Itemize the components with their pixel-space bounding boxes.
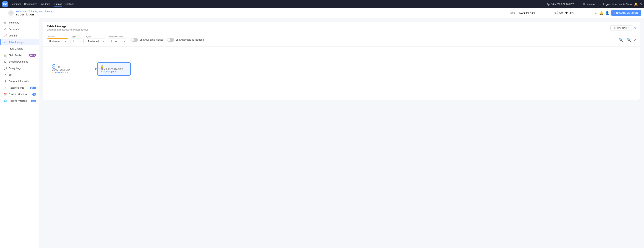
- sidebar-label-general-info: General Information: [9, 80, 36, 83]
- nav-dashboards[interactable]: Dashboards: [24, 2, 37, 6]
- lineage-arrow: [82, 68, 97, 70]
- fit-screen-icon[interactable]: ⤢: [634, 38, 636, 41]
- sidebar-label-query-logs: Query Logs: [9, 67, 36, 70]
- normalized-incidents-label: Show normalized incidents: [176, 38, 204, 41]
- main-layout: ⊞ Summary ◷ Freshness 📈 Volume ⊶ Table L…: [0, 18, 644, 248]
- domain-display: All domains: [582, 3, 595, 5]
- sidebar-item-field-profile[interactable]: 📊 Field Profile Beta: [0, 52, 39, 58]
- add-upstream-icon[interactable]: +: [52, 64, 56, 69]
- sidebar-item-schema-changes[interactable]: ⊞ Schema Changes: [0, 58, 39, 65]
- overlay-select[interactable]: 1 hour 6 hours 24 hours: [108, 38, 127, 44]
- upstream-node[interactable]: + ▦ DEMO_ENV:RAW ★ subscription: [49, 62, 82, 76]
- lineage-title: Table Lineage: [47, 25, 88, 28]
- breadcrumb-sep1: /: [29, 10, 30, 12]
- upstream-schema: DEMO_ENV:RAW: [52, 69, 79, 71]
- main-content: Table Lineage Upstream and downstream de…: [39, 18, 644, 248]
- current-schema: DEMO_ENV:STAGING: [100, 68, 128, 70]
- star-icon[interactable]: ★: [594, 11, 597, 15]
- nav-links: Monitors Dashboards Incidents Catalog Se…: [12, 2, 543, 6]
- lineage-panel: Table Lineage Upstream and downstream de…: [43, 22, 640, 100]
- sidebar-item-table-lineage[interactable]: ⊶ Table Lineage: [0, 39, 39, 45]
- upstream-node-name: ★ subscription: [52, 71, 79, 74]
- nav-monitors[interactable]: Monitors: [12, 2, 21, 6]
- upstream-node-header: + ▦: [52, 64, 79, 69]
- date-to-label: to: [554, 11, 556, 14]
- header-actions: ★ 🔔 👤 + CREATE MONITOR: [594, 10, 641, 16]
- breadcrumb-demo-env[interactable]: demo_env: [30, 10, 42, 12]
- sidebar-item-custom-monitors[interactable]: 📅 Custom Monitors 8: [0, 91, 39, 98]
- summary-icon: ⊞: [4, 21, 7, 24]
- sidebar-item-query-logs[interactable]: 💬 Query Logs: [0, 65, 39, 72]
- dbt-icon: ✕: [4, 73, 7, 76]
- date-controls: Date: to: [510, 11, 592, 15]
- sidebar-item-general-info[interactable]: ℹ General Information: [0, 78, 39, 85]
- past-incidents-badge: 10+: [30, 87, 36, 89]
- types-control: Types 1 selected All: [86, 36, 106, 44]
- create-monitor-button[interactable]: + CREATE MONITOR: [611, 10, 641, 16]
- current-node[interactable]: 🔒 DEMO_ENV:STAGING ★ subscription: [97, 62, 131, 76]
- sidebar-item-dbt[interactable]: ✕ dbt: [0, 72, 39, 78]
- controls-bar: Direction Upstream Downstream Both Depth…: [43, 33, 640, 47]
- volume-icon: 📈: [4, 34, 7, 37]
- avatar: T: [8, 10, 14, 16]
- lock-icon: 🔒: [100, 65, 104, 68]
- zoom-controls: 🔍+ 🔍- ⤢: [619, 38, 636, 42]
- overlay-label: Incident Overlay: [108, 36, 127, 38]
- nav-right: Apr 14th 2023 22:20 UTC ▾ All domains ▾ …: [546, 2, 642, 6]
- create-monitor-label: + CREATE MONITOR: [614, 11, 638, 14]
- normalized-incidents-toggle[interactable]: [167, 38, 174, 42]
- depth-label: Depth: [70, 36, 84, 38]
- sidebar-label-schema-changes: Schema Changes: [9, 60, 36, 63]
- sidebar-item-volume[interactable]: 📈 Volume: [0, 32, 39, 39]
- mc-logo: MC: [2, 1, 8, 7]
- sidebar-item-field-lineage[interactable]: ≡ Field Lineage: [0, 45, 39, 52]
- nav-incidents[interactable]: Incidents: [41, 2, 50, 6]
- datetime-chevron-icon[interactable]: ▾: [576, 3, 578, 5]
- depth-control: Depth 1 2 3: [70, 36, 84, 44]
- edit-icon[interactable]: ✎: [634, 26, 636, 30]
- direction-select[interactable]: Upstream Downstream Both: [47, 38, 68, 44]
- field-lineage-icon: ≡: [4, 47, 7, 50]
- breadcrumb-warehouse[interactable]: Warehouse: [16, 10, 28, 12]
- graph-area: + ▦ DEMO_ENV:RAW ★ subscription: [43, 47, 640, 91]
- date-from-input[interactable]: [518, 11, 552, 15]
- query-logs-icon: 💬: [4, 67, 7, 70]
- sidebar-item-past-incidents[interactable]: ⚡ Past Incidents 10+: [0, 85, 39, 91]
- depth-select[interactable]: 1 2 3: [70, 38, 84, 44]
- types-select[interactable]: 1 selected All: [86, 38, 106, 44]
- upstream-table-icon: ▦: [58, 65, 60, 68]
- lineage-title-block: Table Lineage Upstream and downstream de…: [47, 25, 88, 31]
- sidebar-label-freshness: Freshness: [9, 28, 36, 30]
- alert-bell-icon[interactable]: 🔔: [599, 11, 603, 15]
- full-table-names-toggle[interactable]: [131, 38, 138, 42]
- table-lineage-icon: ⊶: [4, 41, 7, 44]
- share-icon[interactable]: 👤: [605, 11, 609, 15]
- zoom-out-icon[interactable]: 🔍-: [627, 38, 632, 42]
- breadcrumb-staging[interactable]: staging: [44, 10, 52, 12]
- nav-catalog[interactable]: Catalog: [54, 2, 62, 6]
- zoom-in-icon[interactable]: 🔍+: [619, 38, 625, 42]
- sidebar: ⊞ Summary ◷ Freshness 📈 Volume ⊶ Table L…: [0, 18, 39, 248]
- logout-icon[interactable]: ⎋: [640, 2, 642, 6]
- current-node-header: 🔒: [100, 65, 128, 68]
- date-to-input[interactable]: [558, 11, 592, 15]
- direction-control: Direction Upstream Downstream Both: [47, 35, 68, 44]
- sidebar-label-custom-monitors: Custom Monitors: [9, 93, 30, 96]
- overlay-control: Incident Overlay 1 hour 6 hours 24 hours: [108, 36, 127, 44]
- past-incidents-icon: ⚡: [4, 86, 7, 89]
- sidebar-item-freshness[interactable]: ◷ Freshness: [0, 26, 39, 32]
- notification-icon[interactable]: 🔔: [634, 2, 638, 6]
- sidebar-item-summary[interactable]: ⊞ Summary: [0, 19, 39, 26]
- top-navigation: MC Monitors Dashboards Incidents Catalog…: [0, 0, 644, 8]
- nav-settings[interactable]: Settings: [66, 2, 74, 6]
- sidebar-label-field-lineage: Field Lineage: [9, 47, 36, 50]
- upstream-name-text: subscription: [55, 71, 68, 74]
- domain-chevron-icon[interactable]: ▾: [597, 3, 599, 5]
- page-title: subscription: [16, 13, 52, 16]
- lineage-header: Table Lineage Upstream and downstream de…: [43, 22, 640, 33]
- hamburger-icon[interactable]: ☰: [3, 11, 6, 15]
- breadcrumb: Warehouse / demo_env / staging: [16, 10, 52, 12]
- download-button[interactable]: DOWNLOAD ▾: [610, 25, 632, 31]
- sidebar-item-reports-affected[interactable]: 🌐 Reports Affected 15: [0, 98, 39, 104]
- lineage-subtitle: Upstream and downstream dependencies: [47, 28, 88, 31]
